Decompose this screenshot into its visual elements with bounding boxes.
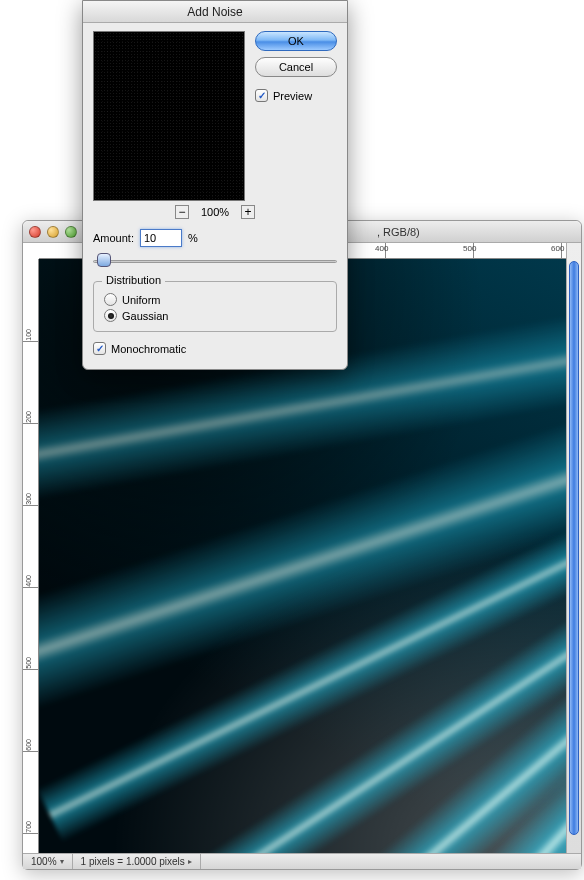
amount-slider[interactable] <box>93 253 337 269</box>
status-bar: 100% ▾ 1 pixels = 1.0000 pixels ▸ <box>23 853 581 869</box>
cancel-button[interactable]: Cancel <box>255 57 337 77</box>
gaussian-radio-row[interactable]: Gaussian <box>104 309 326 322</box>
add-noise-dialog: Add Noise OK Cancel Preview − 100% + Amo… <box>82 0 348 370</box>
status-zoom[interactable]: 100% ▾ <box>23 854 73 869</box>
uniform-label: Uniform <box>122 294 161 306</box>
zoom-icon[interactable] <box>65 226 77 238</box>
monochromatic-row[interactable]: Monochromatic <box>93 342 337 355</box>
minimize-icon[interactable] <box>47 226 59 238</box>
ruler-v-label: 200 <box>25 411 32 423</box>
uniform-radio[interactable] <box>104 293 117 306</box>
preview-checkbox-row[interactable]: Preview <box>255 89 337 102</box>
ruler-v-label: 500 <box>25 657 32 669</box>
zoom-in-button[interactable]: + <box>241 205 255 219</box>
close-icon[interactable] <box>29 226 41 238</box>
monochromatic-checkbox[interactable] <box>93 342 106 355</box>
ruler-h-label: 600 <box>551 244 564 253</box>
ruler-v-label: 700 <box>25 821 32 833</box>
zoom-percent: 100% <box>201 206 229 218</box>
preview-checkbox[interactable] <box>255 89 268 102</box>
dialog-title: Add Noise <box>187 5 242 19</box>
ruler-vertical[interactable]: 100 200 300 400 500 600 700 <box>23 259 39 853</box>
ok-button[interactable]: OK <box>255 31 337 51</box>
slider-track <box>93 260 337 263</box>
amount-unit: % <box>188 232 198 244</box>
amount-input[interactable] <box>140 229 182 247</box>
preview-checkbox-label: Preview <box>273 90 312 102</box>
gaussian-radio[interactable] <box>104 309 117 322</box>
ruler-v-label: 100 <box>25 329 32 341</box>
ruler-h-label: 500 <box>463 244 476 253</box>
vertical-scrollbar[interactable] <box>566 243 581 853</box>
status-info-value: 1 pixels = 1.0000 pixels <box>81 856 185 867</box>
gaussian-label: Gaussian <box>122 310 168 322</box>
scrollbar-thumb[interactable] <box>569 261 579 835</box>
slider-thumb[interactable] <box>97 253 111 267</box>
noise-preview[interactable] <box>93 31 245 201</box>
uniform-radio-row[interactable]: Uniform <box>104 293 326 306</box>
ruler-h-label: 400 <box>375 244 388 253</box>
ruler-v-label: 600 <box>25 739 32 751</box>
status-zoom-value: 100% <box>31 856 57 867</box>
traffic-lights <box>29 226 77 238</box>
distribution-fieldset: Distribution Uniform Gaussian <box>93 281 337 332</box>
zoom-out-button[interactable]: − <box>175 205 189 219</box>
ruler-v-label: 300 <box>25 493 32 505</box>
status-info[interactable]: 1 pixels = 1.0000 pixels ▸ <box>73 854 201 869</box>
chevron-right-icon: ▸ <box>188 857 192 866</box>
distribution-legend: Distribution <box>102 274 165 286</box>
amount-label: Amount: <box>93 232 134 244</box>
ruler-v-label: 400 <box>25 575 32 587</box>
chevron-down-icon: ▾ <box>60 857 64 866</box>
document-title: , RGB/8) <box>377 226 420 238</box>
dialog-titlebar[interactable]: Add Noise <box>83 1 347 23</box>
monochromatic-label: Monochromatic <box>111 343 186 355</box>
